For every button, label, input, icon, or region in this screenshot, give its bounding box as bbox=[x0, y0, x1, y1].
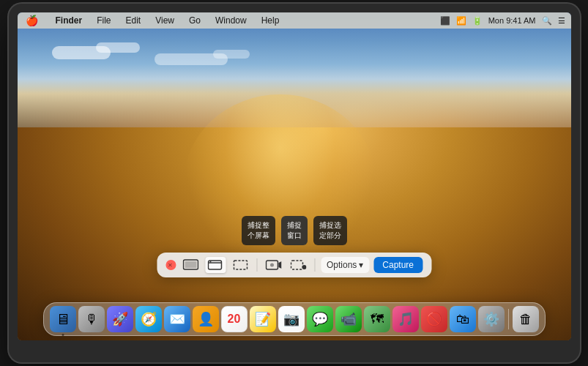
dock-item-finder[interactable]: 🖥 bbox=[50, 306, 76, 332]
selection-label[interactable]: 捕捉选 定部分 bbox=[313, 216, 347, 245]
dock-item-messages[interactable]: 💬 bbox=[307, 306, 333, 332]
menu-bar: 🍎 Finder File Edit View Go Window Help ⬛… bbox=[18, 12, 571, 29]
close-button[interactable]: ✕ bbox=[165, 260, 176, 270]
help-menu[interactable]: Help bbox=[259, 15, 282, 26]
dock-item-facetime[interactable]: 📹 bbox=[335, 306, 362, 332]
apple-menu[interactable]: 🍎 bbox=[23, 15, 40, 26]
fullscreen-label[interactable]: 捕捉整 个屏幕 bbox=[242, 216, 275, 245]
wifi-icon[interactable]: 📶 bbox=[456, 16, 466, 26]
svg-point-8 bbox=[269, 264, 273, 267]
capture-button[interactable]: Capture bbox=[373, 257, 423, 273]
dock-item-systemprefs[interactable]: ⚙️ bbox=[478, 306, 505, 332]
file-menu[interactable]: File bbox=[94, 15, 113, 26]
dock-item-photos[interactable]: 📷 bbox=[278, 306, 305, 332]
search-icon[interactable]: 🔍 bbox=[542, 16, 552, 26]
svg-rect-5 bbox=[234, 261, 247, 269]
dock-item-siri[interactable]: 🎙 bbox=[78, 306, 105, 332]
dock-separator bbox=[508, 309, 509, 329]
window-menu[interactable]: Window bbox=[213, 15, 249, 26]
edit-menu[interactable]: Edit bbox=[124, 15, 144, 26]
svg-point-10 bbox=[302, 265, 306, 269]
svg-point-4 bbox=[209, 261, 211, 263]
dock-item-trash[interactable]: 🗑 bbox=[513, 306, 539, 332]
svg-marker-7 bbox=[278, 261, 281, 269]
dock-item-notes[interactable]: 📝 bbox=[250, 306, 276, 332]
dock-item-noop[interactable]: 🚫 bbox=[421, 306, 447, 332]
screenrecord-portion-btn[interactable] bbox=[288, 257, 308, 273]
laptop-frame: 🍎 Finder File Edit View Go Window Help ⬛… bbox=[9, 4, 580, 362]
dock-item-maps[interactable]: 🗺 bbox=[364, 306, 390, 332]
battery-icon[interactable]: 🔋 bbox=[472, 16, 483, 26]
dock-item-mail[interactable]: ✉️ bbox=[164, 306, 190, 332]
svg-rect-1 bbox=[185, 261, 196, 268]
dock-item-contacts[interactable]: 👤 bbox=[193, 306, 219, 332]
selection-btn[interactable] bbox=[230, 257, 250, 273]
finder-menu[interactable]: Finder bbox=[53, 15, 85, 26]
options-button[interactable]: Options ▾ bbox=[321, 257, 369, 273]
screenshot-toolbar: ✕ bbox=[157, 253, 431, 277]
dock-item-music[interactable]: 🎵 bbox=[392, 306, 419, 332]
fullscreen-btn[interactable] bbox=[180, 257, 201, 273]
dock-item-calendar[interactable]: 20 bbox=[221, 306, 248, 332]
dock-item-safari[interactable]: 🧭 bbox=[135, 306, 162, 332]
go-menu[interactable]: Go bbox=[187, 15, 203, 26]
svg-rect-9 bbox=[291, 261, 302, 269]
screen: 🍎 Finder File Edit View Go Window Help ⬛… bbox=[18, 12, 571, 340]
time-display: Mon 9:41 AM bbox=[488, 16, 536, 25]
window-btn[interactable] bbox=[205, 257, 226, 273]
desktop-background bbox=[18, 12, 571, 340]
screenrecord-btn[interactable] bbox=[263, 257, 283, 273]
window-label[interactable]: 捕捉 窗口 bbox=[281, 216, 308, 245]
dock-item-launchpad[interactable]: 🚀 bbox=[107, 306, 133, 332]
control-center-icon[interactable]: ☰ bbox=[558, 16, 565, 26]
toolbar-separator-1 bbox=[256, 258, 257, 272]
view-menu[interactable]: View bbox=[153, 15, 176, 26]
dock-item-appstore[interactable]: 🛍 bbox=[450, 306, 476, 332]
airplay-icon[interactable]: ⬛ bbox=[440, 16, 450, 26]
screenshot-mode-labels: 捕捉整 个屏幕 捕捉 窗口 捕捉选 定部分 bbox=[242, 216, 347, 245]
dock: 🖥 🎙 🚀 🧭 ✉️ 👤 20 📝 bbox=[43, 302, 546, 336]
toolbar-separator-2 bbox=[314, 258, 315, 272]
